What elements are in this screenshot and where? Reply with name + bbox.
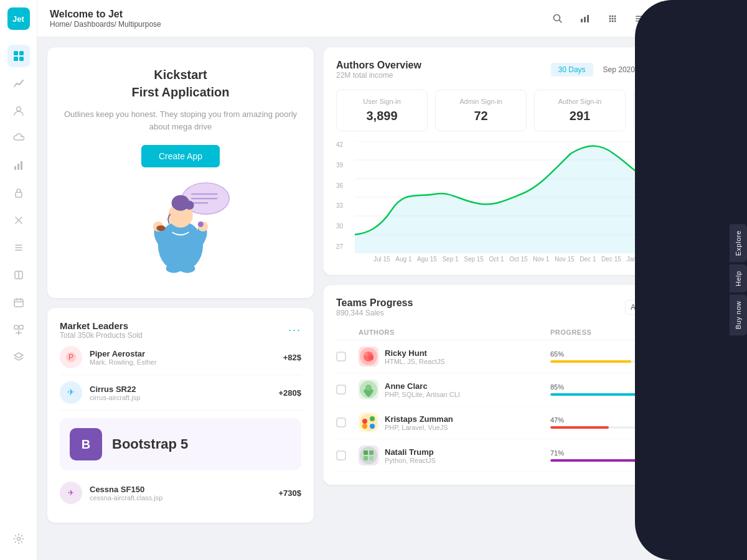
svg-point-63 bbox=[179, 264, 195, 273]
kickstart-description: Outlines keep you honest. They stoping y… bbox=[60, 108, 301, 133]
svg-point-88 bbox=[360, 447, 377, 464]
bootstrap-card: B Bootstrap 5 bbox=[60, 418, 301, 470]
svg-point-61 bbox=[198, 222, 204, 227]
row-checkbox[interactable] bbox=[336, 352, 346, 362]
market-leaders-card: Market Leaders Total 350k Products Sold … bbox=[47, 308, 314, 523]
sidebar-item-close[interactable] bbox=[7, 209, 30, 231]
search-button[interactable] bbox=[548, 9, 568, 29]
sidebar-item-settings[interactable] bbox=[7, 528, 30, 550]
svg-point-31 bbox=[609, 15, 611, 17]
illustration bbox=[125, 180, 237, 279]
svg-rect-16 bbox=[14, 299, 23, 307]
svg-text:✈: ✈ bbox=[67, 387, 75, 397]
header-title-area: Welcome to Jet Home/ Dashboards/ Multipu… bbox=[50, 9, 548, 29]
svg-line-27 bbox=[560, 20, 562, 22]
stats-button[interactable] bbox=[575, 9, 595, 29]
stat-author-signin: Author Sign-in 291 bbox=[534, 90, 626, 131]
sidebar-item-layers[interactable] bbox=[7, 346, 30, 368]
period-tab-30days[interactable]: 30 Days bbox=[551, 63, 593, 77]
row-checkbox[interactable] bbox=[336, 385, 346, 394]
svg-text:✈: ✈ bbox=[68, 488, 74, 497]
svg-rect-29 bbox=[584, 17, 586, 22]
sidebar-item-security[interactable] bbox=[7, 182, 30, 204]
svg-point-38 bbox=[612, 20, 614, 22]
kickstart-card: Kickstart First Application Outlines kee… bbox=[47, 47, 314, 298]
market-item: P Piper Aerostar Mark, Rowling, Esther +… bbox=[60, 340, 301, 375]
market-item: ✈ Cessna SF150 cessna-aircraft.class.jsp… bbox=[60, 475, 301, 510]
grid-button[interactable] bbox=[603, 9, 622, 29]
svg-point-25 bbox=[17, 538, 20, 541]
svg-text:P: P bbox=[68, 353, 73, 362]
bootstrap-icon: B bbox=[70, 428, 102, 460]
market-logo: ✈ bbox=[60, 381, 82, 404]
svg-rect-7 bbox=[21, 161, 22, 170]
svg-point-82 bbox=[365, 385, 372, 391]
svg-point-33 bbox=[614, 15, 616, 17]
svg-point-58 bbox=[185, 201, 194, 210]
svg-rect-20 bbox=[14, 325, 18, 329]
svg-point-39 bbox=[614, 20, 616, 22]
team-avatar bbox=[359, 446, 378, 465]
sidebar-item-extend[interactable] bbox=[7, 319, 30, 341]
market-leaders-subtitle: Total 350k Products Sold bbox=[60, 331, 143, 340]
team-avatar bbox=[359, 413, 378, 432]
stat-user-signin: User Sign-in 3,899 bbox=[336, 90, 428, 131]
explore-label[interactable]: Explore bbox=[730, 224, 747, 262]
progress-fill bbox=[550, 459, 639, 462]
svg-point-87 bbox=[362, 424, 367, 429]
bootstrap-label: Bootstrap 5 bbox=[112, 436, 188, 452]
sidebar-item-package[interactable] bbox=[7, 264, 30, 286]
team-avatar bbox=[359, 347, 378, 366]
create-app-button[interactable]: Create App bbox=[141, 145, 220, 167]
market-leaders-header: Market Leaders Total 350k Products Sold … bbox=[60, 320, 301, 340]
svg-point-34 bbox=[609, 17, 611, 19]
breadcrumb: Home/ Dashboards/ Multipurpose bbox=[50, 20, 548, 29]
sidebar-logo[interactable]: Jet bbox=[7, 7, 30, 30]
team-avatar bbox=[359, 380, 378, 399]
sidebar: Jet bbox=[0, 0, 37, 560]
market-logo: ✈ bbox=[60, 482, 82, 504]
dark-overlay: Explore Help Buy now bbox=[635, 0, 747, 560]
svg-rect-92 bbox=[369, 456, 374, 460]
svg-point-85 bbox=[370, 416, 375, 421]
svg-point-37 bbox=[609, 20, 611, 22]
svg-point-84 bbox=[362, 419, 367, 424]
svg-point-62 bbox=[166, 264, 182, 273]
sidebar-item-cloud[interactable] bbox=[7, 127, 30, 149]
sidebar-item-calendar[interactable] bbox=[7, 291, 30, 314]
svg-point-83 bbox=[360, 414, 377, 431]
side-labels: Explore Help Buy now bbox=[730, 224, 747, 335]
teams-progress-title: Teams Progress bbox=[336, 297, 413, 309]
svg-rect-89 bbox=[364, 450, 368, 455]
sidebar-item-analytics[interactable] bbox=[7, 72, 30, 95]
kickstart-title: Kickstart First Application bbox=[60, 66, 301, 101]
svg-point-36 bbox=[614, 17, 616, 19]
svg-point-35 bbox=[612, 17, 614, 19]
buynow-label[interactable]: Buy now bbox=[730, 295, 747, 336]
market-leaders-menu[interactable]: ··· bbox=[288, 324, 301, 337]
svg-marker-24 bbox=[14, 353, 23, 358]
page-title: Welcome to Jet bbox=[50, 9, 548, 20]
svg-rect-3 bbox=[19, 57, 24, 61]
sidebar-item-users[interactable] bbox=[7, 100, 30, 122]
svg-rect-30 bbox=[587, 15, 589, 22]
sidebar-item-list[interactable] bbox=[7, 236, 30, 259]
teams-progress-subtitle: 890,344 Sales bbox=[336, 309, 413, 317]
svg-point-4 bbox=[16, 107, 21, 111]
svg-rect-2 bbox=[14, 57, 18, 61]
svg-rect-28 bbox=[581, 19, 583, 22]
authors-overview-title: Authors Overview bbox=[336, 60, 421, 71]
market-leaders-title: Market Leaders bbox=[60, 320, 143, 331]
stat-admin-signin: Admin Sign-in 72 bbox=[435, 90, 527, 131]
market-item: ✈ Cirrus SR22 cirrus-aircraft.jsp +280$ bbox=[60, 375, 301, 411]
market-logo: P bbox=[60, 346, 82, 368]
svg-point-32 bbox=[612, 15, 614, 17]
authors-overview-subtitle: 22M total income bbox=[336, 71, 421, 80]
svg-rect-91 bbox=[364, 456, 368, 460]
row-checkbox[interactable] bbox=[336, 450, 346, 460]
sidebar-item-reports[interactable] bbox=[7, 154, 30, 177]
svg-rect-90 bbox=[369, 450, 374, 455]
help-label[interactable]: Help bbox=[730, 264, 747, 292]
sidebar-item-grid[interactable] bbox=[7, 45, 30, 67]
row-checkbox[interactable] bbox=[336, 418, 346, 427]
